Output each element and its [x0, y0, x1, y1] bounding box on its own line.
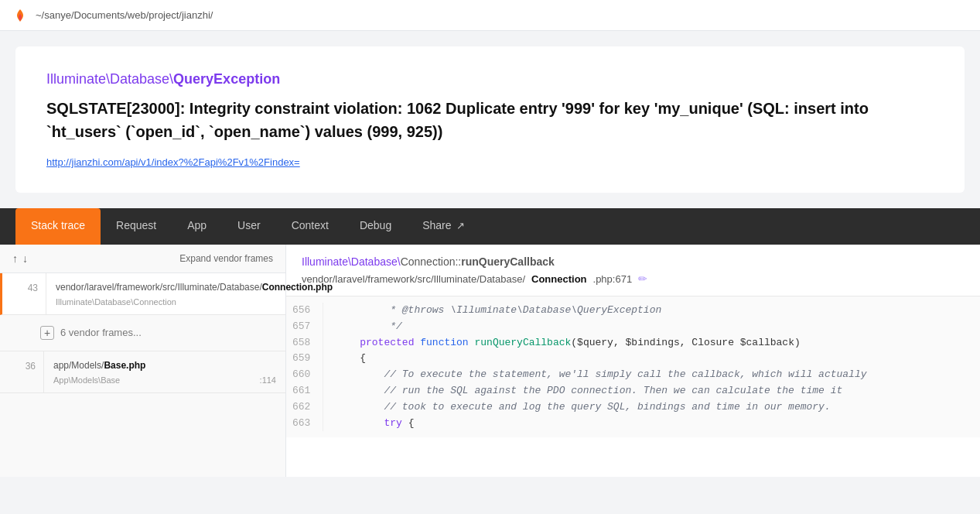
project-path: ~/sanye/Documents/web/project/jianzhi/ — [36, 9, 213, 21]
share-label: Share — [422, 219, 451, 231]
code-line-663: 663 try { — [286, 416, 980, 432]
frame-item[interactable]: 43 vendor/laravel/framework/src/Illumina… — [0, 273, 285, 315]
code-line-657: 657 */ — [286, 319, 980, 335]
code-line-659: 659 { — [286, 351, 980, 367]
tab-share[interactable]: Share ↗ — [407, 208, 480, 245]
line-num-656: 656 — [286, 303, 323, 319]
vendor-expand-icon[interactable]: + — [40, 326, 54, 340]
frame-class-bottom: App\Models\Base — [53, 375, 120, 385]
line-num-657: 657 — [286, 319, 323, 335]
code-header: Illuminate\Database\Connection::runQuery… — [286, 245, 980, 296]
code-panel: Illuminate\Database\Connection::runQuery… — [286, 245, 980, 477]
expand-vendor-button[interactable]: Expand vendor frames — [179, 253, 273, 264]
nav-down-arrow[interactable]: ↓ — [22, 252, 28, 265]
line-num-660: 660 — [286, 367, 323, 383]
code-file-ext: .php:671 — [593, 273, 633, 285]
tab-stack-trace[interactable]: Stack trace — [15, 208, 101, 245]
frames-toolbar: ↑ ↓ Expand vendor frames — [0, 245, 285, 273]
edit-file-icon[interactable]: ✏ — [638, 272, 647, 285]
code-line-662: 662 // took to execute and log the query… — [286, 399, 980, 416]
code-file-line: vendor/laravel/framework/src/Illuminate/… — [302, 272, 965, 285]
code-method: runQueryCallback — [461, 255, 555, 268]
share-arrow-icon: ↗ — [456, 220, 465, 231]
frame-file-name-bottom: Base.php — [104, 360, 145, 371]
vendor-frames-label: 6 vendor frames... — [60, 327, 142, 338]
tab-app[interactable]: App — [172, 208, 222, 245]
code-line-656: 656 * @throws \Illuminate\Database\Query… — [286, 303, 980, 319]
title-bar: ~/sanye/Documents/web/project/jianzhi/ — [0, 0, 980, 31]
line-code-662: // took to execute and log the query SQL… — [323, 399, 843, 416]
line-code-659: { — [323, 351, 378, 367]
code-line-658: 658 protected function runQueryCallback(… — [286, 335, 980, 351]
main-content: ↑ ↓ Expand vendor frames 43 vendor/larav… — [0, 245, 980, 477]
error-class-name: QueryException — [173, 71, 280, 87]
code-class-separator: Connection:: — [401, 255, 462, 268]
tab-request[interactable]: Request — [101, 208, 172, 245]
tabs-bar: Stack trace Request App User Context Deb… — [0, 208, 980, 245]
error-url[interactable]: http://jianzhi.com/api/v1/index?%2Fapi%2… — [46, 156, 300, 168]
tab-debug[interactable]: Debug — [344, 208, 407, 245]
line-code-661: // run the SQL against the PDO connectio… — [323, 383, 855, 399]
line-num-662: 662 — [286, 399, 323, 416]
nav-up-arrow[interactable]: ↑ — [12, 252, 18, 265]
frame-content-bottom: app/Models/Base.php App\Models\Base :114 — [43, 351, 285, 392]
code-file-prefix: vendor/laravel/framework/src/Illuminate/… — [302, 273, 525, 285]
line-code-657: */ — [323, 319, 415, 335]
line-code-660: // To execute the statement, we'll simpl… — [323, 367, 879, 383]
error-class-prefix: Illuminate\Database\ — [46, 71, 173, 87]
line-num-661: 661 — [286, 383, 323, 399]
line-code-658: protected function runQueryCallback($que… — [323, 335, 813, 351]
nav-arrows: ↑ ↓ — [12, 252, 28, 265]
error-panel: Illuminate\Database\QueryException SQLST… — [15, 46, 965, 193]
vendor-frames-collapsed[interactable]: + 6 vendor frames... — [0, 315, 285, 351]
line-num-659: 659 — [286, 351, 323, 367]
code-class-line: Illuminate\Database\Connection::runQuery… — [302, 255, 965, 268]
frame-number-36: 36 — [0, 351, 43, 392]
code-line-661: 661 // run the SQL against the PDO conne… — [286, 383, 980, 399]
frame-item-bottom[interactable]: 36 app/Models/Base.php App\Models\Base :… — [0, 351, 285, 393]
frames-panel: ↑ ↓ Expand vendor frames 43 vendor/larav… — [0, 245, 286, 477]
frame-file-path: vendor/laravel/framework/src/Illuminate/… — [56, 282, 262, 293]
line-code-656: * @throws \Illuminate\Database\QueryExce… — [323, 303, 674, 319]
line-num-658: 658 — [286, 335, 323, 351]
frame-meta-bottom: App\Models\Base :114 — [53, 375, 276, 385]
frame-number: 43 — [2, 273, 46, 314]
line-code-663: try { — [323, 416, 426, 432]
error-class: Illuminate\Database\QueryException — [46, 71, 934, 87]
code-class-prefix: Illuminate\Database\ — [302, 255, 401, 268]
code-line-660: 660 // To execute the statement, we'll s… — [286, 367, 980, 383]
app-logo — [12, 8, 28, 23]
tab-user[interactable]: User — [222, 208, 276, 245]
error-message: SQLSTATE[23000]: Integrity constraint vi… — [46, 97, 934, 143]
frame-class: Illuminate\Database\Connection — [56, 297, 176, 307]
tab-context[interactable]: Context — [276, 208, 344, 245]
line-num-663: 663 — [286, 416, 323, 432]
frame-file-bottom: app/Models/Base.php — [53, 359, 276, 372]
code-block: 656 * @throws \Illuminate\Database\Query… — [286, 296, 980, 437]
code-file-name: Connection — [531, 273, 587, 285]
frame-line-bottom: :114 — [260, 375, 276, 385]
frame-file-path-bottom: app/Models/ — [53, 360, 104, 371]
